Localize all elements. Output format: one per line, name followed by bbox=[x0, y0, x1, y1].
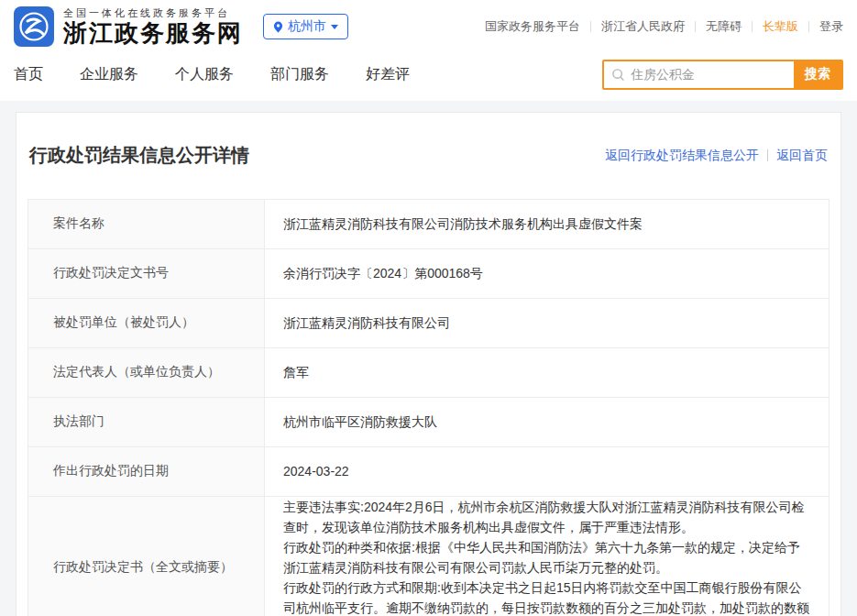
penalty-detail-table: 案件名称 浙江蓝精灵消防科技有限公司消防技术服务机构出具虚假文件案 行政处罚决定… bbox=[27, 199, 830, 616]
platform-label: 全国一体化在线政务服务平台 bbox=[63, 7, 243, 18]
nav-item-personal[interactable]: 个人服务 bbox=[175, 65, 234, 84]
row-label-enforcement-department: 执法部门 bbox=[28, 397, 265, 446]
search-button[interactable]: 搜索 bbox=[794, 61, 841, 88]
row-value-penalty-date: 2024-03-22 bbox=[265, 446, 830, 496]
back-to-list-link[interactable]: 返回行政处罚结果信息公开 bbox=[605, 148, 759, 164]
link-provincial-gov[interactable]: 浙江省人民政府 bbox=[601, 18, 685, 35]
search-input[interactable] bbox=[625, 67, 794, 82]
row-value-penalized-unit: 浙江蓝精灵消防科技有限公司 bbox=[265, 298, 830, 347]
row-label-penalized-unit: 被处罚单位（被处罚人） bbox=[28, 298, 265, 347]
brand-block: 全国一体化在线政务服务平台 浙江政务服务网 bbox=[63, 7, 243, 47]
main-nav: 首页 企业服务 个人服务 部门服务 好差评 搜索 bbox=[0, 53, 857, 101]
nav-item-rating[interactable]: 好差评 bbox=[366, 65, 410, 84]
table-row: 被处罚单位（被处罚人） 浙江蓝精灵消防科技有限公司 bbox=[28, 298, 830, 347]
link-national-platform[interactable]: 国家政务服务平台 bbox=[485, 18, 580, 35]
location-pin-icon bbox=[273, 21, 283, 33]
row-value-decision-document: 主要违法事实:2024年2月6日，杭州市余杭区消防救援大队对浙江蓝精灵消防科技有… bbox=[265, 496, 830, 616]
decision-paragraph-payment: 行政处罚的行政方式和限期:收到本决定书之日起15日内将罚款交至中国工商银行股份有… bbox=[283, 578, 810, 616]
row-label-document-number: 行政处罚决定文书号 bbox=[28, 248, 265, 298]
table-row: 案件名称 浙江蓝精灵消防科技有限公司消防技术服务机构出具虚假文件案 bbox=[28, 199, 830, 248]
row-label-penalty-date: 作出行政处罚的日期 bbox=[28, 446, 265, 496]
link-accessibility[interactable]: 无障碍 bbox=[706, 18, 742, 35]
row-label-decision-document: 行政处罚决定书（全文或摘要） bbox=[28, 496, 265, 616]
row-value-case-name: 浙江蓝精灵消防科技有限公司消防技术服务机构出具虚假文件案 bbox=[265, 199, 830, 248]
link-login[interactable]: 登录 bbox=[819, 18, 843, 35]
divider bbox=[767, 149, 768, 161]
row-value-enforcement-department: 杭州市临平区消防救援大队 bbox=[265, 397, 830, 446]
row-value-document-number: 余消行罚决字〔2024〕第000168号 bbox=[265, 248, 830, 298]
nav-item-enterprise[interactable]: 企业服务 bbox=[80, 65, 138, 84]
table-row: 法定代表人（或单位负责人） 詹军 bbox=[28, 347, 830, 397]
divider bbox=[808, 21, 809, 32]
nav-item-home[interactable]: 首页 bbox=[14, 65, 43, 84]
decision-paragraph-facts: 主要违法事实:2024年2月6日，杭州市余杭区消防救援大队对浙江蓝精灵消防科技有… bbox=[283, 497, 810, 537]
divider bbox=[695, 21, 696, 32]
divider bbox=[590, 21, 591, 32]
table-row: 执法部门 杭州市临平区消防救援大队 bbox=[28, 397, 830, 446]
table-row: 行政处罚决定书（全文或摘要） 主要违法事实:2024年2月6日，杭州市余杭区消防… bbox=[28, 496, 830, 616]
city-selector-button[interactable]: 杭州市 bbox=[263, 14, 348, 39]
site-header: 全国一体化在线政务服务平台 浙江政务服务网 杭州市 国家政务服务平台 浙江省人民… bbox=[0, 0, 857, 101]
table-row: 作出行政处罚的日期 2024-03-22 bbox=[28, 446, 830, 496]
site-logo-icon bbox=[14, 6, 54, 47]
row-value-legal-representative: 詹军 bbox=[265, 347, 830, 397]
table-row: 行政处罚决定文书号 余消行罚决字〔2024〕第000168号 bbox=[28, 248, 830, 298]
header-top-row: 全国一体化在线政务服务平台 浙江政务服务网 杭州市 国家政务服务平台 浙江省人民… bbox=[0, 0, 857, 53]
site-name: 浙江政务服务网 bbox=[63, 20, 243, 47]
search-box: 搜索 bbox=[602, 60, 843, 90]
back-links: 返回行政处罚结果信息公开 返回首页 bbox=[605, 148, 828, 164]
back-to-home-link[interactable]: 返回首页 bbox=[776, 148, 828, 164]
top-utility-links: 国家政务服务平台 浙江省人民政府 无障碍 长辈版 登录 bbox=[485, 18, 843, 35]
divider bbox=[752, 21, 753, 32]
city-selector-label: 杭州市 bbox=[288, 18, 326, 35]
detail-card: 行政处罚结果信息公开详情 返回行政处罚结果信息公开 返回首页 案件名称 浙江蓝精… bbox=[16, 112, 841, 616]
chevron-down-icon bbox=[331, 25, 338, 29]
row-label-legal-representative: 法定代表人（或单位负责人） bbox=[28, 347, 265, 397]
link-elder-version[interactable]: 长辈版 bbox=[763, 18, 798, 35]
row-label-case-name: 案件名称 bbox=[28, 199, 265, 248]
nav-item-department[interactable]: 部门服务 bbox=[270, 65, 329, 84]
page-title: 行政处罚结果信息公开详情 bbox=[29, 143, 249, 168]
decision-paragraph-basis: 行政处罚的种类和依据:根据《中华人民共和国消防法》第六十九条第一款的规定，决定给… bbox=[283, 537, 810, 578]
card-header: 行政处罚结果信息公开详情 返回行政处罚结果信息公开 返回首页 bbox=[27, 118, 830, 199]
main-content: 行政处罚结果信息公开详情 返回行政处罚结果信息公开 返回首页 案件名称 浙江蓝精… bbox=[0, 101, 857, 616]
search-icon bbox=[604, 68, 625, 82]
